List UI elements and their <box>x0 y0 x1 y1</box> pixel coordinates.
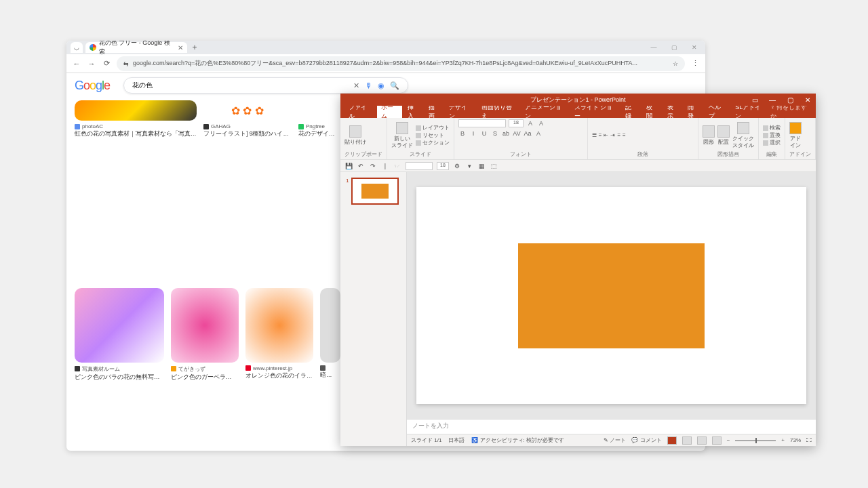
google-logo[interactable]: Google <box>75 79 110 93</box>
font-aa-button[interactable]: Aa <box>524 129 532 138</box>
pp-maximize-icon[interactable]: ▢ <box>785 96 795 104</box>
sorter-view-icon[interactable] <box>682 436 692 445</box>
slide[interactable] <box>416 187 806 404</box>
font-family-select[interactable] <box>458 119 506 127</box>
indent-increase-icon[interactable]: ⇥ <box>610 132 615 138</box>
zoom-out-icon[interactable]: − <box>727 437 730 443</box>
paste-button[interactable]: 貼り付け <box>344 125 366 146</box>
layout-button[interactable]: レイアウト <box>416 125 450 131</box>
search-input[interactable] <box>132 82 348 89</box>
reset-button[interactable]: リセット <box>416 132 450 139</box>
result-thumbnail[interactable] <box>75 288 164 363</box>
result-thumbnail[interactable] <box>320 288 340 363</box>
undo-icon[interactable]: ↶ <box>357 163 365 169</box>
notes-pane[interactable]: ノートを入力 <box>407 419 816 434</box>
save-icon[interactable]: 💾 <box>344 163 353 169</box>
notes-toggle[interactable]: ✎ ノート <box>604 436 626 444</box>
qat-extra-2[interactable]: ▾ <box>465 163 473 169</box>
image-result[interactable]: photoAC虹色の花の写真素材｜写真素材なら「写真… <box>75 100 197 281</box>
arrange-button[interactable]: 配置 <box>717 125 730 146</box>
font-s-button[interactable]: S <box>491 129 499 138</box>
align-left-icon[interactable]: ≡ <box>617 132 620 138</box>
forward-button[interactable]: → <box>87 60 96 68</box>
fit-window-icon[interactable]: ⛶ <box>806 437 812 443</box>
reload-button[interactable]: ⟳ <box>102 59 111 68</box>
result-caption: 虹色の花の写真素材｜写真素材なら「写真… <box>75 130 197 138</box>
bookmark-star-icon[interactable]: ☆ <box>673 60 678 67</box>
font-u-button[interactable]: U <box>480 129 488 138</box>
slide-canvas[interactable] <box>407 172 816 419</box>
active-tab[interactable]: 花の色 フリー - Google 検索 ✕ <box>85 42 187 53</box>
pinned-tab[interactable]: ◡ <box>71 42 83 53</box>
result-thumbnail[interactable] <box>203 100 292 121</box>
font-i-button[interactable]: I <box>469 129 477 138</box>
slideshow-view-icon[interactable] <box>712 436 722 445</box>
select-button[interactable]: 選択 <box>763 140 781 146</box>
url-field[interactable]: ⇆ google.com/search?q=花の色%E3%80%80フリー&sc… <box>117 56 685 71</box>
result-thumbnail[interactable] <box>298 100 339 121</box>
close-icon[interactable]: ✕ <box>688 44 701 51</box>
comments-toggle[interactable]: 💬 コメント <box>631 436 661 444</box>
pp-minimize-icon[interactable]: — <box>767 96 778 104</box>
language-indicator[interactable]: 日本語 <box>448 436 465 444</box>
qat-extra-1[interactable]: ⚙ <box>453 163 461 169</box>
site-info-icon[interactable]: ⇆ <box>123 60 129 67</box>
image-result[interactable]: てがきっずピンク色のガーベラ… <box>171 288 239 451</box>
orange-rectangle-shape[interactable] <box>518 243 705 348</box>
search-icon[interactable]: 🔍 <box>390 81 399 90</box>
align-center-icon[interactable]: ≡ <box>623 132 626 138</box>
font-b-button[interactable]: B <box>458 129 467 138</box>
normal-view-icon[interactable] <box>667 436 677 445</box>
replace-button[interactable]: 置換 <box>763 132 781 139</box>
qat-font-select[interactable] <box>406 162 433 170</box>
zoom-slider[interactable] <box>735 440 776 441</box>
mic-icon[interactable]: 🎙 <box>365 81 372 89</box>
font-size-select[interactable]: 18 <box>509 119 524 127</box>
qat-font-size[interactable]: 18 <box>437 162 449 170</box>
touch-mode-icon[interactable]: ☞ <box>393 163 401 169</box>
new-slide-button[interactable]: 新しい スライド <box>391 122 413 149</box>
clear-icon[interactable]: ✕ <box>353 81 359 90</box>
numbering-icon[interactable]: ≡ <box>599 132 602 138</box>
chrome-menu-icon[interactable]: ⋮ <box>690 59 700 68</box>
result-thumbnail[interactable] <box>171 288 239 363</box>
image-result[interactable]: Pngtree花のデザイ… <box>298 100 339 281</box>
pp-ribbon-options-icon[interactable]: ▭ <box>749 96 760 104</box>
close-tab-icon[interactable]: ✕ <box>178 44 183 52</box>
addins-button[interactable]: アド イン <box>789 122 802 149</box>
image-result[interactable]: GAHAGフリーイラスト] 9種類のハイビ… <box>203 100 292 281</box>
thumbnail-preview <box>351 178 399 205</box>
pp-close-icon[interactable]: ✕ <box>802 96 813 104</box>
layout-icon <box>416 125 421 131</box>
font-a-button[interactable]: A <box>534 129 542 138</box>
qat-extra-4[interactable]: ⬚ <box>490 163 498 169</box>
find-button[interactable]: 検索 <box>763 125 781 131</box>
grow-font-icon[interactable]: A <box>526 119 534 127</box>
result-thumbnail[interactable] <box>245 288 313 363</box>
accessibility-check[interactable]: ♿ アクセシビリティ: 検討が必要です <box>471 436 564 444</box>
slide-thumbnail-1[interactable]: 1 <box>346 178 401 205</box>
image-result[interactable]: 暗… <box>320 288 340 451</box>
search-box[interactable]: ✕ 🎙 ◉ 🔍 <box>123 77 408 94</box>
font-av-button[interactable]: AV <box>513 129 521 138</box>
shapes-button[interactable]: 図形 <box>703 125 715 146</box>
indent-decrease-icon[interactable]: ⇤ <box>604 132 608 138</box>
font-ab-button[interactable]: ab <box>502 129 510 138</box>
lens-icon[interactable]: ◉ <box>378 81 384 90</box>
shrink-font-icon[interactable]: A <box>537 119 545 127</box>
zoom-level[interactable]: 73% <box>790 437 801 443</box>
back-button[interactable]: ← <box>72 60 81 68</box>
quick-styles-button[interactable]: クイック スタイル <box>732 122 754 149</box>
redo-icon[interactable]: ↷ <box>369 163 377 169</box>
image-result[interactable]: www.pinterest.jpオレンジ色の花のイラス… <box>245 288 313 451</box>
result-thumbnail[interactable] <box>75 100 197 121</box>
qat-extra-3[interactable]: ▦ <box>477 163 486 169</box>
zoom-in-icon[interactable]: + <box>781 437 785 443</box>
section-button[interactable]: セクション <box>416 140 450 146</box>
maximize-icon[interactable]: ▢ <box>667 44 681 51</box>
bullets-icon[interactable]: ☰ <box>592 132 597 138</box>
reading-view-icon[interactable] <box>697 436 707 445</box>
minimize-icon[interactable]: — <box>647 44 660 51</box>
image-result[interactable]: 写真素材ルームピンク色のバラの花の無料写… <box>75 288 164 451</box>
new-tab-button[interactable]: + <box>190 43 199 52</box>
